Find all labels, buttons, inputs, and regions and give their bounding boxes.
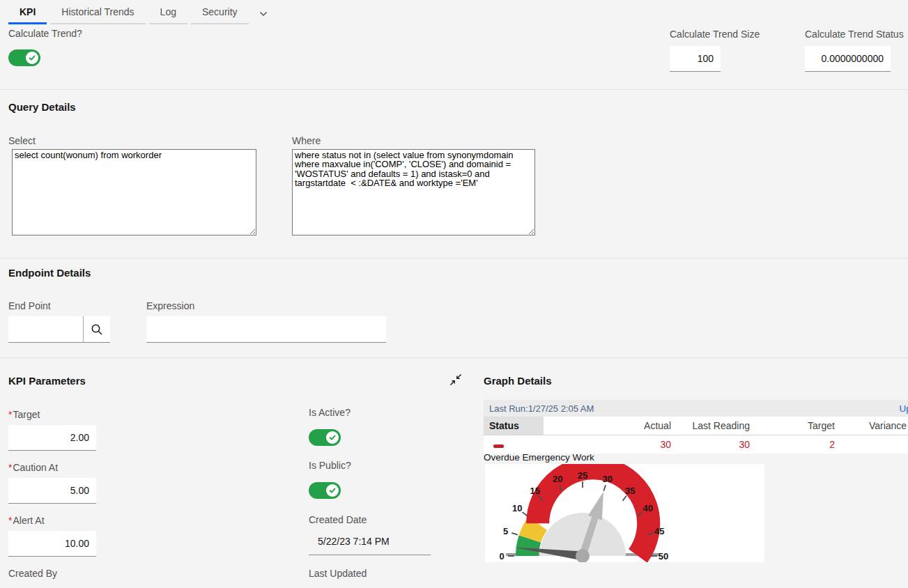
tab-bar: KPI Historical Trends Log Security	[8, 0, 275, 24]
search-button[interactable]	[83, 316, 110, 342]
section-divider	[0, 357, 908, 358]
svg-text:15: 15	[530, 486, 540, 496]
caution-at-input[interactable]	[8, 478, 96, 504]
required-asterisk: *	[8, 462, 12, 473]
update-link[interactable]: Update	[899, 403, 908, 414]
svg-text:20: 20	[553, 474, 562, 484]
is-public-toggle[interactable]	[309, 482, 341, 499]
graph-details-heading: Graph Details	[484, 375, 552, 387]
kpi-parameters-heading: KPI Parameters	[8, 375, 86, 387]
calculate-trend-status-input[interactable]	[805, 46, 891, 72]
created-date-label: Created Date	[309, 514, 367, 525]
target-value: 2	[755, 439, 840, 450]
svg-text:45: 45	[654, 526, 664, 536]
last-run-bar: Last Run:1/27/25 2:05 AM Update	[484, 400, 908, 417]
search-icon	[91, 323, 103, 336]
collapse-section-button[interactable]	[449, 373, 463, 387]
is-active-label: Is Active?	[309, 407, 351, 418]
svg-text:50: 50	[659, 551, 668, 562]
expression-label: Expression	[146, 300, 194, 311]
select-textarea[interactable]: select count(wonum) from workorder	[12, 149, 256, 235]
svg-text:40: 40	[643, 503, 653, 513]
last-updated-label: Last Updated	[309, 568, 367, 579]
gauge-chart: 05101520253035404550	[485, 464, 764, 562]
last-reading-value: 30	[677, 439, 755, 450]
tab-historical-trends[interactable]: Historical Trends	[50, 0, 145, 24]
end-point-label: End Point	[8, 300, 51, 311]
svg-text:30: 30	[603, 474, 613, 484]
svg-text:25: 25	[578, 470, 587, 481]
created-date-underline	[309, 555, 431, 555]
where-textarea[interactable]: where status not in (select value from s…	[292, 149, 535, 235]
svg-text:0: 0	[499, 551, 504, 562]
status-cell	[484, 439, 544, 450]
section-divider	[0, 89, 908, 90]
actual-value: 30	[544, 439, 677, 450]
created-date-value: 5/22/23 7:14 PM	[318, 536, 390, 547]
column-header-status: Status	[484, 417, 544, 435]
required-asterisk: *	[8, 409, 12, 420]
toggle-check-icon	[326, 484, 339, 497]
calculate-trend-status-label: Calculate Trend Status	[805, 29, 904, 40]
svg-text:5: 5	[503, 526, 508, 536]
toggle-check-icon	[26, 52, 38, 64]
target-label: *Target	[8, 409, 40, 420]
toggle-check-icon	[326, 431, 339, 444]
end-point-input[interactable]	[8, 316, 83, 342]
created-by-label: Created By	[8, 568, 57, 579]
calculate-trend-toggle[interactable]	[8, 49, 40, 66]
alert-at-input[interactable]	[8, 531, 96, 557]
column-header-target: Target	[755, 420, 840, 431]
kpi-status-table: Status Actual Last Reading Target Varian…	[484, 417, 908, 454]
endpoint-details-heading: Endpoint Details	[8, 267, 91, 279]
column-header-actual: Actual	[544, 420, 677, 431]
expression-input[interactable]	[146, 316, 386, 343]
tab-kpi[interactable]: KPI	[8, 0, 47, 24]
alert-at-label: *Alert At	[8, 515, 45, 526]
select-label: Select	[8, 135, 36, 146]
query-details-heading: Query Details	[8, 101, 76, 113]
gauge-chart-title: Overdue Emergency Work	[484, 452, 594, 463]
status-red-dash-icon	[493, 444, 504, 448]
caution-at-label: *Caution At	[8, 462, 58, 473]
is-public-label: Is Public?	[309, 460, 351, 471]
table-header-row: Status Actual Last Reading Target Varian…	[484, 417, 908, 435]
gauge-svg: 05101520253035404550	[485, 464, 764, 562]
calculate-trend-size-input[interactable]	[670, 46, 721, 72]
collapse-icon	[449, 373, 462, 386]
where-label: Where	[292, 135, 321, 146]
column-header-last-reading: Last Reading	[677, 420, 755, 431]
required-asterisk: *	[8, 515, 12, 526]
tab-security[interactable]: Security	[191, 0, 249, 24]
column-header-variance: Variance	[840, 420, 908, 431]
table-row[interactable]: 30 30 2	[484, 435, 908, 454]
svg-text:35: 35	[625, 486, 635, 496]
end-point-field	[8, 316, 110, 343]
last-run-text: Last Run:1/27/25 2:05 AM	[489, 403, 594, 414]
is-active-toggle[interactable]	[309, 429, 341, 446]
calculate-trend-label: Calculate Trend?	[8, 28, 82, 39]
chevron-down-icon[interactable]	[252, 6, 275, 24]
calculate-trend-size-label: Calculate Trend Size	[670, 29, 760, 40]
target-input[interactable]	[8, 425, 96, 451]
kpi-detail-page: KPI Historical Trends Log Security Calcu…	[0, 0, 908, 588]
tab-log[interactable]: Log	[149, 0, 187, 24]
svg-text:10: 10	[512, 503, 522, 513]
section-divider	[0, 258, 908, 258]
